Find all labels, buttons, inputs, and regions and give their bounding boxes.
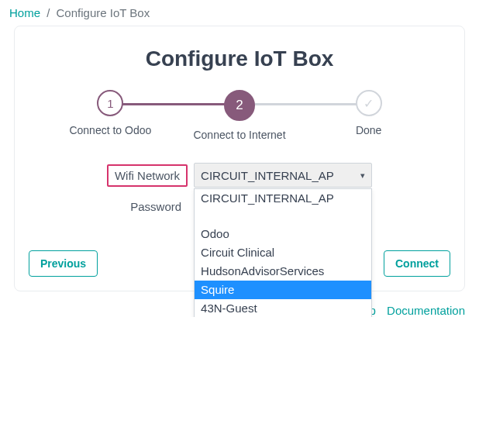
wifi-option[interactable]: HudsonAdvisorServices [195, 262, 371, 281]
breadcrumb-current: Configure IoT Box [57, 6, 150, 19]
step-1: 1 Connect to Odoo [46, 90, 175, 136]
wifi-option-highlighted[interactable]: Squire [195, 281, 371, 299]
step-1-label: Connect to Odoo [69, 124, 151, 136]
wifi-option[interactable]: Circuit Clinical [195, 243, 371, 262]
step-1-circle: 1 [97, 90, 123, 116]
connect-button[interactable]: Connect [384, 250, 450, 277]
step-3-label: Done [356, 124, 381, 136]
wifi-option[interactable]: 43N-Guest [195, 299, 371, 317]
step-2-label: Connect to Internet [193, 129, 285, 141]
previous-button[interactable]: Previous [29, 250, 98, 277]
step-3-circle [356, 90, 382, 116]
wifi-option[interactable]: CIRCUIT_INTERNAL_AP [195, 189, 371, 208]
chevron-down-icon: ▾ [360, 171, 365, 181]
documentation-link[interactable]: Documentation [387, 304, 465, 317]
password-label: Password [124, 197, 188, 216]
step-2-circle: 2 [224, 90, 255, 121]
breadcrumb: Home / Configure IoT Box [0, 0, 479, 26]
wifi-network-selected-value: CIRCUIT_INTERNAL_AP [201, 169, 334, 182]
wifi-network-select[interactable]: CIRCUIT_INTERNAL_AP ▾ [194, 163, 372, 188]
wifi-network-label: Wifi Network [107, 164, 188, 187]
wifi-option[interactable]: Odoo [195, 225, 371, 243]
config-card: Configure IoT Box 1 Connect to Odoo 2 Co… [14, 26, 465, 291]
step-2: 2 Connect to Internet [175, 90, 305, 141]
page-title: Configure IoT Box [15, 47, 464, 71]
step-3: Done [304, 90, 433, 136]
wifi-network-select-wrap: CIRCUIT_INTERNAL_AP ▾ CIRCUIT_INTERNAL_A… [194, 163, 372, 188]
breadcrumb-separator: / [47, 6, 50, 19]
breadcrumb-home[interactable]: Home [9, 6, 40, 19]
wifi-network-dropdown[interactable]: CIRCUIT_INTERNAL_AP Odoo Circuit Clinica… [194, 188, 372, 317]
wifi-option-blank[interactable] [195, 208, 371, 225]
stepper: 1 Connect to Odoo 2 Connect to Internet … [46, 90, 433, 141]
wifi-form: Wifi Network CIRCUIT_INTERNAL_AP ▾ CIRCU… [15, 163, 464, 216]
